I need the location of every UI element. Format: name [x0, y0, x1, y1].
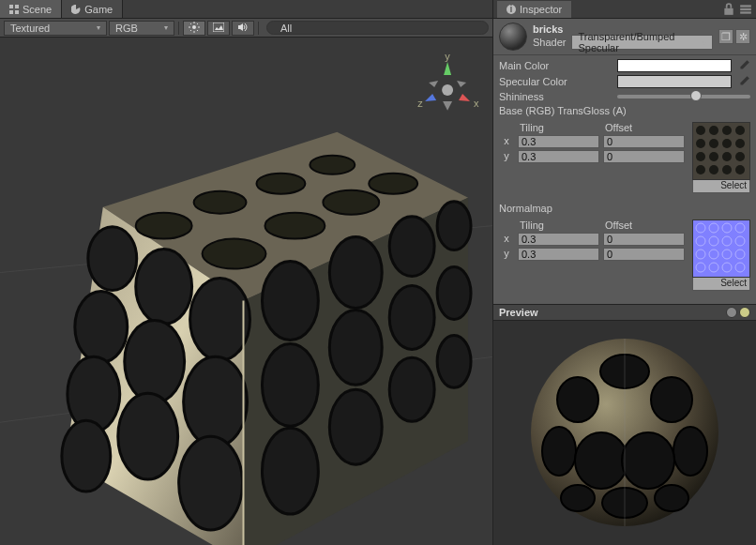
preview-light-button[interactable]: [739, 307, 750, 318]
svg-point-26: [118, 393, 178, 479]
svg-rect-64: [740, 8, 751, 9]
svg-point-48: [369, 174, 417, 194]
svg-rect-63: [740, 5, 751, 7]
svg-line-11: [190, 30, 191, 31]
normal-texture-select[interactable]: Select: [692, 278, 750, 291]
axis-y-label: y: [499, 248, 514, 261]
tiling-header: Tiling: [518, 220, 599, 231]
base-texture-slot[interactable]: [692, 122, 750, 180]
main-color-label: Main Color: [499, 60, 612, 71]
svg-point-75: [696, 152, 705, 161]
tab-game[interactable]: Game: [62, 0, 123, 18]
svg-point-39: [389, 357, 434, 421]
svg-point-81: [722, 165, 732, 174]
chevron-down-icon: ▾: [164, 23, 168, 32]
scene-viewport[interactable]: y x z: [0, 38, 492, 545]
base-tex-label: Base (RGB) TransGloss (A): [499, 105, 750, 116]
svg-point-25: [68, 356, 120, 431]
svg-point-74: [735, 139, 745, 148]
channel-dropdown[interactable]: RGB▾: [109, 21, 174, 36]
popup-menu-icon[interactable]: [739, 3, 752, 16]
shader-label: Shader: [533, 37, 566, 48]
svg-point-32: [437, 202, 471, 250]
svg-point-76: [709, 152, 718, 161]
svg-marker-52: [459, 94, 470, 101]
normal-tiling-x[interactable]: [518, 233, 599, 246]
svg-point-73: [722, 139, 732, 148]
tab-scene[interactable]: Scene: [0, 0, 62, 18]
separator: [258, 22, 259, 35]
pacman-icon: [71, 5, 81, 14]
svg-point-109: [561, 485, 595, 511]
audio-toggle[interactable]: [232, 21, 254, 36]
base-tiling-y[interactable]: [518, 150, 599, 163]
svg-point-27: [179, 436, 243, 530]
svg-line-9: [190, 23, 191, 24]
base-texture-select[interactable]: Select: [692, 180, 750, 193]
normal-texture-slot[interactable]: [692, 220, 750, 278]
specular-color-label: Specular Color: [499, 76, 612, 87]
eyedropper-icon[interactable]: [737, 75, 750, 88]
shininess-label: Shininess: [499, 91, 612, 102]
svg-point-46: [323, 190, 379, 215]
svg-point-42: [203, 239, 266, 269]
render-mode-dropdown[interactable]: Textured▾: [4, 21, 107, 36]
settings-button[interactable]: ✲: [735, 29, 750, 44]
svg-point-19: [88, 227, 137, 291]
material-preview-ball: [499, 23, 527, 51]
book-icon: ❐: [721, 31, 731, 43]
tab-inspector[interactable]: i Inspector: [497, 1, 571, 18]
render-mode-value: Textured: [10, 23, 50, 34]
search-input[interactable]: [266, 21, 489, 35]
scene-search[interactable]: [266, 21, 489, 35]
svg-point-105: [673, 427, 707, 476]
svg-text:i: i: [510, 5, 512, 14]
normal-tiling-y[interactable]: [518, 248, 599, 261]
svg-point-22: [75, 292, 128, 363]
svg-rect-13: [213, 23, 224, 32]
eyedropper-icon[interactable]: [737, 59, 750, 72]
svg-point-29: [262, 262, 318, 341]
specular-color-swatch[interactable]: [617, 75, 732, 88]
offset-header: Offset: [603, 220, 685, 231]
svg-point-110: [655, 485, 688, 511]
svg-point-59: [442, 84, 453, 96]
svg-point-28: [62, 420, 111, 492]
slider-thumb[interactable]: [690, 90, 702, 101]
fx-toggle[interactable]: [207, 21, 230, 36]
tab-inspector-label: Inspector: [520, 4, 562, 15]
svg-point-33: [262, 343, 318, 426]
base-tiling-x[interactable]: [518, 135, 599, 148]
svg-point-20: [136, 250, 192, 325]
chevron-down-icon: ▾: [97, 23, 100, 32]
svg-point-103: [651, 377, 692, 422]
lighting-toggle[interactable]: [183, 21, 205, 36]
svg-marker-54: [425, 94, 436, 101]
normal-offset-x[interactable]: [603, 233, 685, 246]
preview-sphere: [522, 329, 728, 537]
normal-offset-y[interactable]: [603, 248, 685, 261]
svg-text:y: y: [445, 51, 450, 62]
preview-title: Preview: [499, 307, 538, 318]
help-button[interactable]: ❐: [718, 29, 733, 44]
svg-marker-57: [457, 81, 466, 87]
svg-point-40: [437, 335, 471, 387]
svg-line-10: [197, 30, 198, 31]
svg-rect-83: [693, 220, 749, 277]
axis-gizmo[interactable]: y x z: [417, 51, 479, 111]
base-offset-x[interactable]: [603, 135, 685, 148]
axis-y-label: y: [499, 150, 514, 163]
preview-viewport[interactable]: [493, 321, 756, 545]
svg-point-47: [310, 156, 355, 174]
preview-sphere-button[interactable]: [726, 307, 737, 318]
svg-point-4: [192, 25, 196, 29]
lock-icon[interactable]: [722, 3, 735, 16]
channel-value: RGB: [115, 23, 138, 34]
shininess-slider[interactable]: [617, 95, 750, 98]
svg-marker-50: [444, 62, 451, 75]
separator: [178, 22, 179, 35]
inspector-body: bricks Shader Transparent/Bumped Specula…: [493, 19, 756, 304]
shader-dropdown[interactable]: Transparent/Bumped Specular ▾: [571, 35, 713, 50]
base-offset-y[interactable]: [603, 150, 685, 163]
main-color-swatch[interactable]: [617, 59, 732, 72]
